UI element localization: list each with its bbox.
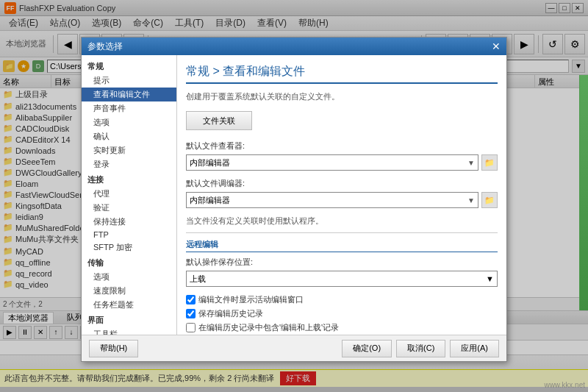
checkbox-save-history: 保存编辑历史记录 [186,308,498,319]
preferences-dialog: 参数选择 ✕ 常规 提示 查看和编辑文件 声音事件 选项 确认 实时更新 登录 … [81,37,507,362]
default-viewer-browse-button[interactable]: 📁 [481,154,498,171]
nav-item-confirm[interactable]: 确认 [82,129,176,143]
default-viewer-combo[interactable]: 内部编辑器 ▼ [186,154,478,171]
dialog-title-text: 参数选择 [87,40,123,53]
default-viewer-group: 默认文件查看器: 内部编辑器 ▼ 📁 [186,140,498,171]
checkbox-save-history-input[interactable] [186,309,196,318]
dialog-body: 常规 提示 查看和编辑文件 声音事件 选项 确认 实时更新 登录 连接 代理 验… [82,55,506,335]
nav-item-transfer-options[interactable]: 选项 [82,270,176,284]
nav-item-prompt[interactable]: 提示 [82,74,176,88]
nav-item-view-edit[interactable]: 查看和编辑文件 [82,88,176,101]
nav-item-auth[interactable]: 验证 [82,201,176,215]
ok-button[interactable]: 确定(O) [342,340,392,357]
default-viewer-value: 内部编辑器 [190,157,230,168]
nav-group-ui: 界面 [82,312,176,327]
dialog-close-button[interactable]: ✕ [492,40,501,52]
nav-item-toolbar[interactable]: 工具栏 [82,327,176,335]
cancel-button[interactable]: 取消(C) [396,340,445,357]
nav-item-realtime[interactable]: 实时更新 [82,143,176,157]
default-save-select[interactable]: 上载 ▼ [186,271,498,287]
default-save-label: 默认操作保存位置: [186,257,498,268]
nav-item-taskbar[interactable]: 任务栏题签 [82,298,176,312]
combo-down-arrow2-icon: ▼ [467,196,475,204]
nav-item-keepalive[interactable]: 保持连接 [82,215,176,229]
dialog-overlay: 参数选择 ✕ 常规 提示 查看和编辑文件 声音事件 选项 确认 实时更新 登录 … [0,0,588,392]
dialog-title-bar: 参数选择 ✕ [82,38,506,55]
apply-button[interactable]: 应用(A) [450,340,499,357]
nav-group-general: 常规 [82,58,176,74]
default-editor-value: 内部编辑器 [190,195,230,206]
section-divider [186,232,498,233]
dialog-footer: 帮助(H) 确定(O) 取消(C) 应用(A) [82,335,506,361]
combo-down-arrow-icon: ▼ [467,159,475,167]
default-editor-combo[interactable]: 内部编辑器 ▼ [186,192,478,208]
nav-item-options[interactable]: 选项 [82,115,176,129]
nav-item-proxy[interactable]: 代理 [82,187,176,201]
checkbox-include-history-input[interactable] [186,323,196,332]
default-editor-row: 内部编辑器 ▼ 📁 [186,192,498,208]
checkbox-save-history-label: 保存编辑历史记录 [198,308,263,319]
nav-item-login[interactable]: 登录 [82,157,176,171]
default-save-group: 默认操作保存位置: 上载 ▼ [186,257,498,287]
checkbox-include-history: 在编辑历史记录中包含'编辑和上载'记录 [186,322,498,333]
default-editor-browse-button[interactable]: 📁 [481,192,498,208]
default-editor-group: 默认文件调编器: 内部编辑器 ▼ 📁 [186,178,498,208]
checkbox-include-history-label: 在编辑历史记录中包含'编辑和上载'记录 [198,322,339,333]
content-breadcrumb: 常规 > 查看和编辑文件 [186,64,498,84]
checkbox-show-editor: 编辑文件时显示活动编辑窗口 [186,294,498,305]
remote-section-label: 远程编辑 [186,239,498,252]
no-assoc-text: 当文件没有定义关联时使用默认程序。 [186,215,498,227]
help-button[interactable]: 帮助(H) [89,340,138,357]
dialog-action-buttons: 确定(O) 取消(C) 应用(A) [342,340,499,357]
default-viewer-row: 内部编辑器 ▼ 📁 [186,154,498,171]
dialog-content: 常规 > 查看和编辑文件 创建用于覆盖系统默认关联的自定义文件。 文件关联 默认… [177,55,506,335]
nav-item-sound[interactable]: 声音事件 [82,101,176,115]
default-viewer-label: 默认文件查看器: [186,140,498,152]
checkbox-show-editor-input[interactable] [186,295,196,304]
content-description: 创建用于覆盖系统默认关联的自定义文件。 [186,91,498,102]
default-editor-label: 默认文件调编器: [186,178,498,189]
nav-group-connection: 连接 [82,171,176,187]
checkbox-show-editor-label: 编辑文件时显示活动编辑窗口 [198,294,304,305]
nav-item-speed[interactable]: 速度限制 [82,284,176,298]
file-assoc-button[interactable]: 文件关联 [186,111,252,130]
select-down-arrow-icon: ▼ [486,274,494,283]
nav-group-transfer: 传输 [82,254,176,270]
dialog-nav: 常规 提示 查看和编辑文件 声音事件 选项 确认 实时更新 登录 连接 代理 验… [82,55,177,335]
nav-item-ftp[interactable]: FTP [82,229,176,240]
default-save-value: 上载 [190,274,206,285]
nav-item-sftp[interactable]: SFTP 加密 [82,240,176,254]
